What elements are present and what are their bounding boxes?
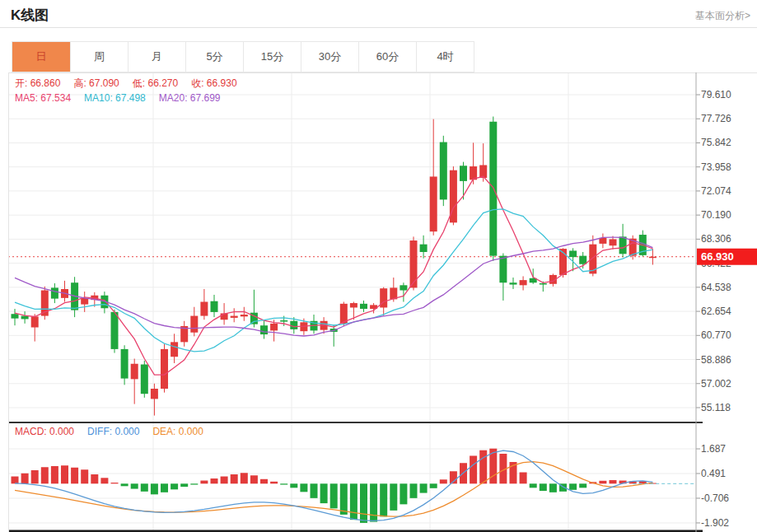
macd-hist-bar bbox=[360, 483, 367, 523]
tab-5min[interactable]: 5分 bbox=[185, 42, 243, 72]
macd-hist-bar bbox=[280, 483, 287, 484]
macd-hist-bar bbox=[400, 483, 407, 504]
candle bbox=[510, 282, 517, 284]
macd-hist-bar bbox=[540, 483, 547, 491]
candle bbox=[31, 316, 39, 327]
macd-hist-bar bbox=[300, 483, 307, 492]
candle bbox=[400, 285, 407, 290]
candle bbox=[171, 342, 178, 357]
tab-60min[interactable]: 60分 bbox=[358, 42, 416, 72]
macd-hist-bar bbox=[111, 483, 119, 483]
price-axis-label: 73.958 bbox=[701, 161, 731, 173]
macd-hist-bar bbox=[330, 483, 338, 508]
macd-hist-bar bbox=[569, 483, 577, 490]
candle bbox=[579, 256, 586, 264]
candle bbox=[599, 238, 606, 244]
macd-hist-bar bbox=[260, 479, 268, 484]
price-chart[interactable]: 79.61077.72675.84273.95872.07470.19068.3… bbox=[8, 72, 757, 422]
macd-hist-bar bbox=[599, 481, 606, 484]
price-axis-label: 75.842 bbox=[701, 137, 731, 148]
macd-hist-bar bbox=[440, 479, 447, 483]
candle bbox=[21, 316, 29, 320]
candle bbox=[151, 389, 158, 399]
macd-axis-label: 1.687 bbox=[701, 443, 726, 455]
candle bbox=[619, 236, 627, 254]
price-axis-label: 57.002 bbox=[701, 378, 731, 390]
price-axis-label: 64.538 bbox=[701, 282, 731, 293]
candle bbox=[211, 301, 218, 312]
candle bbox=[161, 349, 168, 389]
last-price-badge-label: 66.930 bbox=[701, 250, 734, 263]
fundamental-analysis-link[interactable]: 基本面分析> bbox=[695, 9, 750, 23]
candle bbox=[460, 166, 467, 181]
ma-line-ma20 bbox=[15, 237, 652, 336]
candle bbox=[81, 298, 88, 305]
macd-hist-bar bbox=[190, 483, 198, 484]
tab-4hour[interactable]: 4时 bbox=[416, 42, 474, 72]
candle bbox=[520, 280, 527, 285]
candle bbox=[290, 321, 297, 329]
candle bbox=[200, 301, 208, 315]
candle bbox=[280, 320, 287, 322]
macd-hist-bar bbox=[12, 477, 19, 484]
candle bbox=[420, 245, 428, 252]
macd-hist-bar bbox=[21, 474, 29, 484]
candle bbox=[231, 316, 238, 318]
candle bbox=[499, 256, 507, 283]
tab-15min[interactable]: 15分 bbox=[243, 42, 301, 72]
macd-hist-bar bbox=[290, 483, 297, 488]
candle bbox=[569, 250, 577, 257]
macd-hist-bar bbox=[610, 480, 617, 483]
candle bbox=[121, 349, 129, 379]
macd-hist-bar bbox=[420, 483, 428, 492]
macd-hist-bar bbox=[340, 483, 348, 515]
tab-week[interactable]: 周 bbox=[70, 42, 128, 72]
price-axis-label: 70.190 bbox=[701, 209, 731, 221]
candle bbox=[350, 303, 357, 307]
candle bbox=[649, 257, 657, 259]
period-tabs: 日周月5分15分30分60分4时 bbox=[12, 41, 474, 72]
tab-day[interactable]: 日 bbox=[12, 42, 70, 72]
candle bbox=[270, 324, 278, 331]
candle bbox=[141, 365, 148, 394]
macd-hist-bar bbox=[211, 478, 218, 483]
candle bbox=[540, 283, 547, 285]
macd-hist-bar bbox=[241, 473, 248, 483]
candle bbox=[12, 314, 19, 318]
macd-hist-bar bbox=[231, 474, 238, 483]
candle bbox=[51, 287, 58, 298]
macd-hist-bar bbox=[320, 483, 328, 503]
macd-chart[interactable]: 1.6870.491-0.706-1.902 bbox=[8, 422, 757, 532]
macd-hist-bar bbox=[61, 465, 68, 483]
macd-hist-bar bbox=[250, 475, 258, 483]
price-axis-label: 68.306 bbox=[701, 233, 731, 245]
macd-hist-bar bbox=[171, 483, 178, 489]
candle bbox=[610, 239, 617, 245]
candle bbox=[430, 176, 437, 231]
macd-hist-bar bbox=[470, 455, 477, 483]
macd-hist-bar bbox=[380, 483, 387, 516]
macd-hist-bar bbox=[161, 483, 168, 492]
chart-area: 开: 66.860高: 67.090低: 66.270收: 66.930 MA5… bbox=[8, 72, 757, 532]
macd-hist-bar bbox=[41, 467, 49, 483]
macd-axis-label: -0.706 bbox=[701, 492, 729, 504]
macd-hist-bar bbox=[370, 483, 377, 521]
candle bbox=[190, 316, 198, 333]
macd-hist-bar bbox=[430, 483, 437, 488]
price-axis-label: 60.770 bbox=[701, 329, 731, 341]
macd-hist-bar bbox=[530, 483, 537, 488]
tab-30min[interactable]: 30分 bbox=[301, 42, 358, 72]
candle bbox=[440, 142, 447, 200]
candle bbox=[410, 240, 418, 287]
candle bbox=[260, 325, 268, 334]
macd-hist-bar bbox=[479, 450, 487, 484]
macd-hist-bar bbox=[311, 483, 318, 498]
macd-hist-bar bbox=[410, 483, 418, 498]
tab-month[interactable]: 月 bbox=[128, 42, 185, 72]
macd-hist-bar bbox=[31, 470, 39, 483]
macd-axis-label: 0.491 bbox=[701, 468, 726, 479]
macd-hist-bar bbox=[51, 466, 58, 483]
price-axis-label: 72.074 bbox=[701, 185, 731, 197]
macd-hist-bar bbox=[151, 483, 158, 494]
macd-hist-bar bbox=[131, 483, 138, 488]
